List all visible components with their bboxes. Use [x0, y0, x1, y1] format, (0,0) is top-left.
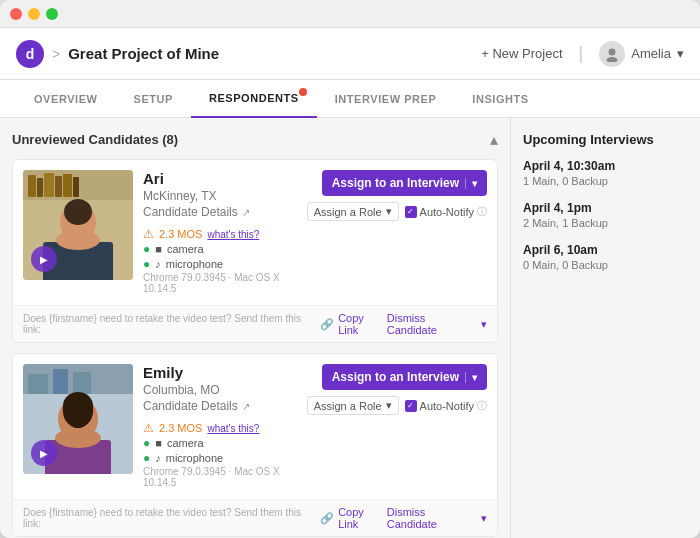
interview-item-1: April 4, 1pm 2 Main, 1 Backup: [523, 201, 688, 229]
assign-section-emily: Assign to an Interview ▾ Assign a Role ▾…: [307, 364, 487, 489]
section-header: Unreviewed Candidates (8) ▴: [12, 130, 498, 149]
header-divider: |: [579, 43, 584, 64]
tab-setup[interactable]: SETUP: [116, 80, 191, 118]
main-content: Unreviewed Candidates (8) ▴: [0, 118, 700, 538]
tab-overview[interactable]: OVERVIEW: [16, 80, 116, 118]
svg-rect-5: [37, 178, 43, 197]
candidate-location-ari: McKinney, TX: [143, 189, 297, 203]
app-logo: d: [16, 40, 44, 68]
candidate-card-emily: ▶ Emily Columbia, MO Candidate Details ↗…: [12, 353, 498, 537]
card-bottom-ari: Does {firstname} need to retake the vide…: [13, 305, 497, 342]
system-info-emily: Chrome 79.0.3945 · Mac OS X 10.14.5: [143, 466, 297, 488]
mos-help-link-ari[interactable]: what's this?: [207, 229, 259, 240]
new-project-button[interactable]: + New Project: [481, 46, 562, 61]
camera-check-icon: ●: [143, 242, 150, 256]
auto-notify-checkbox-ari[interactable]: ✓: [405, 206, 417, 218]
svg-point-0: [609, 48, 616, 55]
candidate-details-link-emily[interactable]: Candidate Details ↗: [143, 399, 297, 413]
mos-item-emily: ⚠ 2.3 MOS what's this?: [143, 421, 297, 435]
svg-point-11: [64, 199, 92, 225]
mos-warning-icon-emily: ⚠: [143, 421, 154, 435]
role-select-emily[interactable]: Assign a Role ▾: [307, 396, 399, 415]
tab-insights[interactable]: INSIGHTS: [454, 80, 546, 118]
left-panel: Unreviewed Candidates (8) ▴: [0, 118, 510, 538]
play-button-ari[interactable]: ▶: [31, 246, 57, 272]
footer-text-emily: Does {firstname} need to retake the vide…: [23, 507, 320, 529]
nav-tabs: OVERVIEW SETUP RESPONDENTS INTERVIEW PRE…: [0, 80, 700, 118]
auto-notify-ari: ✓ Auto-Notify ⓘ: [405, 205, 487, 219]
role-row-emily: Assign a Role ▾ ✓ Auto-Notify ⓘ: [307, 396, 487, 415]
assign-interview-button-emily[interactable]: Assign to an Interview ▾: [322, 364, 487, 390]
mic-icon-emily: ♪: [155, 452, 161, 464]
minimize-dot[interactable]: [28, 8, 40, 20]
play-icon: ▶: [40, 254, 48, 265]
tab-respondents[interactable]: RESPONDENTS: [191, 80, 317, 118]
candidate-photo-ari: ▶: [23, 170, 133, 280]
info-icon-ari: ⓘ: [477, 205, 487, 219]
dismiss-button-ari[interactable]: Dismiss Candidate ▾: [387, 312, 487, 336]
app-header: d > Great Project of Mine + New Project …: [0, 28, 700, 80]
dismiss-chevron-icon-emily: ▾: [481, 512, 487, 525]
camera-icon-emily: ■: [155, 437, 162, 449]
section-title: Unreviewed Candidates (8): [12, 132, 178, 147]
user-menu[interactable]: Amelia ▾: [599, 41, 684, 67]
collapse-button[interactable]: ▴: [490, 130, 498, 149]
camera-check-ari: ● ■ camera: [143, 242, 297, 256]
link-icon-ari: 🔗: [320, 318, 334, 331]
svg-rect-17: [53, 369, 68, 394]
close-dot[interactable]: [10, 8, 22, 20]
copy-link-ari[interactable]: 🔗 Copy Link: [320, 312, 387, 336]
user-avatar: [599, 41, 625, 67]
svg-point-22: [55, 428, 101, 448]
interview-date-0: April 4, 10:30am: [523, 159, 688, 173]
svg-point-1: [607, 57, 618, 62]
link-icon-emily: 🔗: [320, 512, 334, 525]
external-link-icon: ↗: [242, 207, 250, 218]
interview-slots-2: 0 Main, 0 Backup: [523, 259, 688, 271]
auto-notify-checkbox-emily[interactable]: ✓: [405, 400, 417, 412]
candidate-details-link-ari[interactable]: Candidate Details ↗: [143, 205, 297, 219]
assign-dropdown-arrow-ari: ▾: [465, 178, 477, 189]
auto-notify-emily: ✓ Auto-Notify ⓘ: [405, 399, 487, 413]
assign-section-ari: Assign to an Interview ▾ Assign a Role ▾…: [307, 170, 487, 295]
candidate-info-ari: Ari McKinney, TX Candidate Details ↗ ⚠ 2…: [143, 170, 297, 295]
mic-check-icon: ●: [143, 257, 150, 271]
interview-date-2: April 6, 10am: [523, 243, 688, 257]
interview-item-2: April 6, 10am 0 Main, 0 Backup: [523, 243, 688, 271]
svg-rect-6: [44, 173, 54, 197]
mos-item-ari: ⚠ 2.3 MOS what's this?: [143, 227, 297, 241]
svg-rect-7: [55, 176, 62, 197]
candidate-name-ari: Ari: [143, 170, 297, 187]
svg-rect-16: [28, 374, 48, 394]
role-select-ari[interactable]: Assign a Role ▾: [307, 202, 399, 221]
maximize-dot[interactable]: [46, 8, 58, 20]
candidate-location-emily: Columbia, MO: [143, 383, 297, 397]
camera-icon: ■: [155, 243, 162, 255]
role-chevron-icon-emily: ▾: [386, 399, 392, 412]
play-button-emily[interactable]: ▶: [31, 440, 57, 466]
interview-date-1: April 4, 1pm: [523, 201, 688, 215]
play-icon-emily: ▶: [40, 448, 48, 459]
interview-item-0: April 4, 10:30am 1 Main, 0 Backup: [523, 159, 688, 187]
tech-checks-emily: ⚠ 2.3 MOS what's this? ● ■ camera ●: [143, 421, 297, 488]
role-row-ari: Assign a Role ▾ ✓ Auto-Notify ⓘ: [307, 202, 487, 221]
dismiss-button-emily[interactable]: Dismiss Candidate ▾: [387, 506, 487, 530]
svg-rect-18: [73, 372, 91, 394]
footer-text-ari: Does {firstname} need to retake the vide…: [23, 313, 320, 335]
chevron-down-icon: ▾: [677, 46, 684, 61]
mic-check-ari: ● ♪ microphone: [143, 257, 297, 271]
candidate-card-ari: ▶ Ari McKinney, TX Candidate Details ↗ ⚠: [12, 159, 498, 343]
role-chevron-icon: ▾: [386, 205, 392, 218]
mic-check-icon-emily: ●: [143, 451, 150, 465]
tab-interview-prep[interactable]: INTERVIEW PREP: [317, 80, 455, 118]
svg-point-13: [56, 230, 100, 250]
copy-link-emily[interactable]: 🔗 Copy Link: [320, 506, 387, 530]
mos-help-link-emily[interactable]: what's this?: [207, 423, 259, 434]
assign-interview-button-ari[interactable]: Assign to an Interview ▾: [322, 170, 487, 196]
respondents-badge: [299, 88, 307, 96]
interview-slots-0: 1 Main, 0 Backup: [523, 175, 688, 187]
upcoming-interviews-title: Upcoming Interviews: [523, 132, 688, 147]
camera-check-emily: ● ■ camera: [143, 436, 297, 450]
user-name: Amelia: [631, 46, 671, 61]
assign-dropdown-arrow-emily: ▾: [465, 372, 477, 383]
